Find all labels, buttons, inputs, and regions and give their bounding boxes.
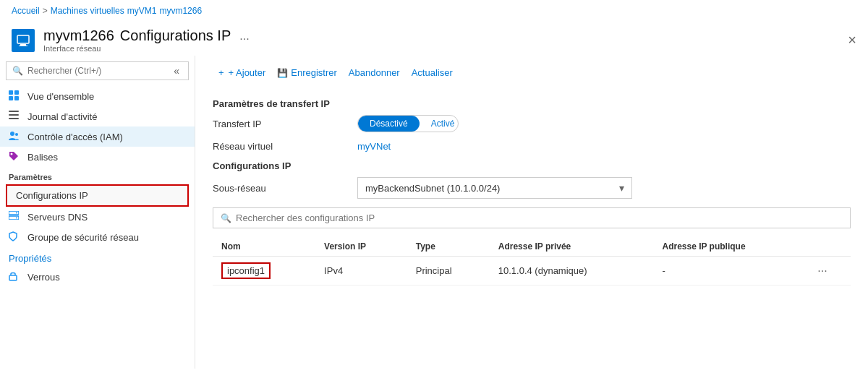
row-actions-cell[interactable]: ··· <box>809 257 851 285</box>
virtual-network-label: Réseau virtuel <box>213 141 357 152</box>
sidebar-item-activity[interactable]: Journal d'activité <box>0 106 195 126</box>
breadcrumb-home[interactable]: Accueil <box>12 6 40 16</box>
params-section-label: Paramètres <box>0 167 195 184</box>
sidebar-item-label: Groupe de sécurité réseau <box>27 232 139 243</box>
table-header-row: Nom Version IP Type Adresse IP privée Ad… <box>213 237 851 257</box>
plus-icon: + <box>218 67 224 78</box>
ip-configs-table: Nom Version IP Type Adresse IP privée Ad… <box>213 237 851 285</box>
search-configs-input[interactable] <box>236 212 843 223</box>
col-type: Type <box>407 237 490 257</box>
sidebar-search[interactable]: 🔍 « <box>6 61 189 80</box>
virtual-network-row: Réseau virtuel myVNet <box>213 141 851 152</box>
ip-configs-section-title: Configurations IP <box>213 160 851 171</box>
sidebar-item-ipconfig[interactable]: Configurations IP <box>6 184 189 207</box>
props-section-label: Propriétés <box>0 247 195 267</box>
virtual-network-link[interactable]: myVNet <box>357 141 391 152</box>
svg-rect-4 <box>14 90 19 95</box>
subnet-label: Sous-réseau <box>213 183 357 194</box>
sidebar-item-dns[interactable]: Serveurs DNS <box>0 207 195 227</box>
discard-button[interactable]: Abandonner <box>343 64 406 81</box>
sidebar-item-iam[interactable]: Contrôle d'accès (IAM) <box>0 126 195 147</box>
sidebar-item-label: Verrous <box>27 272 60 283</box>
sidebar-item-overview[interactable]: Vue d'ensemble <box>0 86 195 106</box>
server-icon <box>9 211 20 223</box>
svg-rect-5 <box>9 96 13 100</box>
col-name: Nom <box>213 237 315 257</box>
svg-point-16 <box>16 218 17 219</box>
sidebar-item-label: Vue d'ensemble <box>27 91 94 102</box>
search-icon: 🔍 <box>12 66 23 76</box>
main-layout: 🔍 « Vue d'ensemble Journal d'activité Co… <box>0 56 868 369</box>
header-subtitle: Interface réseau <box>43 44 250 53</box>
ipconfig-name-cell[interactable]: ipconfig1 <box>213 257 315 285</box>
type-cell: Principal <box>407 257 490 285</box>
svg-rect-9 <box>9 118 19 119</box>
page-title: Configurations IP <box>120 27 231 44</box>
header-text: myvm1266 Configurations IP ... Interface… <box>43 27 250 53</box>
table-row: ipconfig1 IPv4 Principal 10.1.0.4 (dynam… <box>213 257 851 285</box>
breadcrumb-vms[interactable]: Machines virtuelles <box>51 6 124 16</box>
vm-name: myvm1266 <box>43 27 114 44</box>
subnet-dropdown[interactable]: myBackendSubnet (10.1.0.0/24) ▾ <box>357 177 632 199</box>
subnet-value: myBackendSubnet (10.1.0.0/24) <box>365 183 619 194</box>
transfer-ip-toggle[interactable]: Désactivé Activé <box>357 115 459 132</box>
list-icon <box>9 111 20 122</box>
svg-rect-3 <box>9 90 13 95</box>
toggle-disabled-option[interactable]: Désactivé <box>358 116 420 132</box>
svg-point-10 <box>10 132 14 136</box>
header-menu-button[interactable]: ... <box>239 30 249 43</box>
subnet-row: Sous-réseau myBackendSubnet (10.1.0.0/24… <box>213 177 851 199</box>
sidebar-item-label: Contrôle d'accès (IAM) <box>27 132 123 142</box>
breadcrumb-vm2[interactable]: myvm1266 <box>159 6 202 16</box>
add-button[interactable]: + + Ajouter <box>213 64 271 81</box>
sidebar-item-label: Configurations IP <box>16 190 88 201</box>
transfer-ip-row: Transfert IP Désactivé Activé <box>213 115 851 132</box>
row-more-button[interactable]: ··· <box>817 265 827 277</box>
main-content: + + Ajouter 💾 Enregistrer Abandonner Act… <box>195 56 868 369</box>
search-input[interactable] <box>27 66 166 76</box>
grid-icon <box>9 90 20 102</box>
svg-point-15 <box>16 212 17 214</box>
svg-point-12 <box>11 153 13 155</box>
svg-rect-0 <box>17 35 29 43</box>
sidebar-item-label: Balises <box>27 152 58 163</box>
breadcrumb-sep1: > <box>43 6 48 16</box>
save-icon: 💾 <box>277 68 288 78</box>
lock-icon <box>9 271 20 283</box>
sidebar-item-label: Serveurs DNS <box>27 212 88 223</box>
col-public-ip: Adresse IP publique <box>653 237 809 257</box>
svg-rect-17 <box>9 275 17 280</box>
svg-rect-8 <box>9 114 19 116</box>
sidebar-item-locks[interactable]: Verrous <box>0 267 195 287</box>
sidebar-item-nsg[interactable]: Groupe de sécurité réseau <box>0 227 195 247</box>
col-private-ip: Adresse IP privée <box>490 237 654 257</box>
refresh-button[interactable]: Actualiser <box>406 64 459 81</box>
users-icon <box>9 131 20 142</box>
ip-version-cell: IPv4 <box>315 257 407 285</box>
collapse-button[interactable]: « <box>171 65 182 77</box>
toolbar: + + Ajouter 💾 Enregistrer Abandonner Act… <box>213 64 851 87</box>
config-name-badge[interactable]: ipconfig1 <box>221 262 271 279</box>
sidebar-item-label: Journal d'activité <box>27 111 97 122</box>
svg-point-11 <box>15 133 18 136</box>
shield-icon <box>9 231 20 243</box>
col-actions <box>809 237 851 257</box>
close-button[interactable]: × <box>848 32 856 48</box>
private-ip-cell: 10.1.0.4 (dynamique) <box>490 257 654 285</box>
svg-rect-6 <box>14 96 19 100</box>
sidebar-item-tags[interactable]: Balises <box>0 147 195 167</box>
save-button[interactable]: 💾 Enregistrer <box>271 64 343 81</box>
svg-rect-1 <box>20 44 26 46</box>
search-configs-bar[interactable]: 🔍 <box>213 207 851 228</box>
svg-rect-2 <box>19 46 27 46</box>
sidebar: 🔍 « Vue d'ensemble Journal d'activité Co… <box>0 56 195 369</box>
public-ip-cell: - <box>653 257 809 285</box>
toggle-enabled-option[interactable]: Activé <box>420 116 459 132</box>
tag-icon <box>9 151 20 163</box>
svg-rect-7 <box>9 111 19 112</box>
chevron-down-icon: ▾ <box>619 182 624 194</box>
transfer-ip-label: Transfert IP <box>213 119 357 129</box>
header-icon <box>12 29 35 52</box>
breadcrumb-vm1[interactable]: myVM1 <box>127 6 157 16</box>
page-header: myvm1266 Configurations IP ... Interface… <box>0 22 868 56</box>
